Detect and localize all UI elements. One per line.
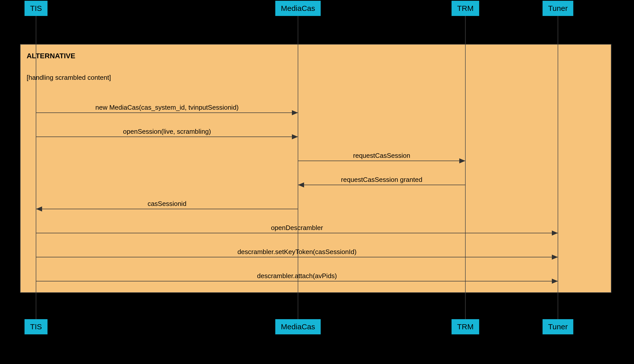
message-label-7: descrambler.attach(avPids) <box>257 272 337 280</box>
message-label-6: descrambler.setKeyToken(casSessionId) <box>237 248 357 256</box>
message-label-2: requestCasSession <box>353 152 410 159</box>
message-label-0: new MediaCas(cas_system_id, tvinputSessi… <box>95 104 239 111</box>
message-label-4: casSessionid <box>148 200 186 207</box>
participant-label-tuner-top: Tuner <box>548 4 568 12</box>
participant-label-trm-top: TRM <box>457 4 474 12</box>
participant-label-tuner-bottom: Tuner <box>548 322 568 331</box>
participant-label-trm-bottom: TRM <box>457 322 474 331</box>
message-label-3: requestCasSession granted <box>341 176 422 183</box>
sequence-diagram: ALTERNATIVE[handling scrambled content] … <box>0 0 634 364</box>
participant-label-mediacas-bottom: MediaCas <box>281 322 315 331</box>
message-label-5: openDescrambler <box>271 224 323 232</box>
participant-label-mediacas-top: MediaCas <box>281 4 315 12</box>
participant-label-tis-bottom: TIS <box>30 322 42 331</box>
message-label-1: openSession(live, scrambling) <box>123 128 211 135</box>
alt-title: ALTERNATIVE <box>27 52 75 60</box>
alt-condition: [handling scrambled content] <box>27 74 111 81</box>
participant-label-tis-top: TIS <box>30 4 42 12</box>
